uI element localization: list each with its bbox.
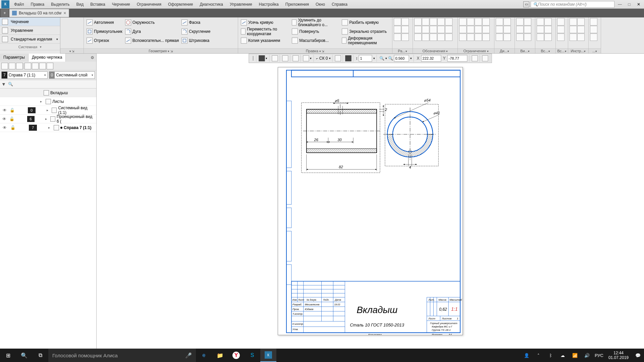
tool-copy[interactable]: Копия указанием: [239, 36, 290, 45]
ribbon-small-label[interactable]: Вс...▾: [535, 48, 555, 53]
minimize-button[interactable]: —: [616, 1, 624, 8]
ct-osnap[interactable]: [344, 55, 354, 62]
tab-tree[interactable]: Дерево чертежа: [29, 54, 66, 62]
tool-rotate[interactable]: Повернуть: [290, 27, 340, 36]
panel-tool-2[interactable]: [9, 63, 15, 69]
tool-rectangle[interactable]: Прямоугольник: [85, 27, 124, 36]
menu-settings[interactable]: Настройка: [256, 1, 282, 8]
layout-icon[interactable]: ▭: [523, 1, 529, 7]
diag-tool[interactable]: [496, 26, 503, 33]
annot-tool[interactable]: [437, 18, 445, 25]
constr-tool[interactable]: [475, 34, 482, 41]
tree-sheets[interactable]: ▸ Листы: [0, 97, 96, 106]
voice-assistant-bar[interactable]: Голосовой помощник Алиса 🎤: [48, 349, 196, 362]
ribbon-small-label[interactable]: Инстр...▾: [568, 48, 588, 53]
dim-tool[interactable]: [401, 26, 409, 33]
dim-tool[interactable]: [394, 18, 401, 25]
panel-tool-3[interactable]: [16, 63, 23, 69]
start-button[interactable]: ⊞: [0, 349, 16, 362]
ins-tool[interactable]: [544, 26, 552, 33]
ins2-tool[interactable]: [557, 26, 565, 33]
annot-tool[interactable]: [414, 18, 422, 25]
tool-auxline[interactable]: Вспомогательн... прямая: [124, 36, 180, 45]
constr-tool[interactable]: [467, 18, 474, 25]
ribbon-small-label[interactable]: ...▾: [589, 48, 601, 53]
annot-tool[interactable]: [414, 34, 422, 41]
instr-tool[interactable]: [577, 18, 585, 25]
tool-extend[interactable]: Удлинить до ближайшего о...: [290, 18, 340, 27]
ribbon-constr-label[interactable]: Ограничения ▾: [458, 48, 494, 53]
ribbon-small-label[interactable]: Ви...▾: [515, 48, 535, 53]
preview-button[interactable]: [62, 36, 70, 44]
ct-ortho[interactable]: [333, 55, 343, 62]
annot-tool[interactable]: [430, 18, 437, 25]
view-tool[interactable]: [516, 26, 524, 33]
menu-apps[interactable]: Приложения: [282, 1, 312, 8]
menu-draft[interactable]: Черчение: [109, 1, 133, 8]
view-tool[interactable]: [524, 18, 531, 25]
annot-tool[interactable]: [422, 18, 429, 25]
ribbon-geometry-label[interactable]: Геометрия ▾ ⇲: [84, 48, 238, 53]
annot-tool[interactable]: [414, 26, 422, 33]
dim-tool[interactable]: [394, 26, 401, 33]
tool-chamfer[interactable]: Фаска: [180, 18, 212, 27]
tool-autoline[interactable]: Автолиния: [85, 18, 124, 27]
clock[interactable]: 12:44 01.07.2019: [605, 351, 632, 360]
ct-tool3[interactable]: [291, 55, 301, 62]
dim-tool[interactable]: [401, 18, 409, 25]
tool-mirror[interactable]: Зеркально отразить: [340, 27, 391, 36]
visibility-toggle[interactable]: 👁: [1, 117, 7, 121]
ct-tool4[interactable]: [470, 55, 480, 62]
annot-tool[interactable]: [430, 26, 437, 33]
ct-tool2[interactable]: [280, 55, 290, 62]
ct-tool1[interactable]: [270, 55, 280, 62]
search-button[interactable]: 🔍: [16, 349, 32, 362]
constr-tool[interactable]: [482, 18, 490, 25]
panel-settings-button[interactable]: ⚙: [88, 54, 96, 62]
filter-icon[interactable]: ▼: [1, 81, 6, 87]
menu-view[interactable]: Вид: [73, 1, 87, 8]
tool-arc[interactable]: Дуга: [124, 27, 180, 36]
diag-tool[interactable]: [496, 18, 503, 25]
coord-x[interactable]: [421, 55, 441, 62]
tool-circle[interactable]: Окружность: [124, 18, 180, 27]
diag-tool[interactable]: [503, 34, 511, 41]
dim-tool[interactable]: [401, 34, 409, 41]
tray-expand[interactable]: ˄: [533, 349, 545, 362]
explorer-app[interactable]: 📁: [212, 349, 228, 362]
tool-segment[interactable]: Отрезок: [85, 36, 124, 45]
mode-management[interactable]: Управление: [0, 26, 60, 35]
language-indicator[interactable]: РУС: [593, 349, 605, 362]
tab-parameters[interactable]: Параметры: [0, 54, 29, 62]
ribbon-small-label[interactable]: Ди...▾: [494, 48, 515, 53]
constr-tool[interactable]: [459, 34, 467, 41]
tool-break[interactable]: Разбить кривую: [340, 18, 391, 27]
new-tab-button[interactable]: +: [1, 9, 9, 17]
annot-tool[interactable]: [445, 26, 452, 33]
ins-tool[interactable]: [537, 18, 544, 25]
view-tool[interactable]: [524, 26, 531, 33]
panel-tool-7[interactable]: [47, 63, 53, 69]
onedrive-icon[interactable]: ☁: [557, 349, 569, 362]
layer-selector[interactable]: 0 Системный слой ▾: [49, 71, 95, 79]
dim-tool[interactable]: [394, 34, 401, 41]
menu-file[interactable]: Файл: [11, 1, 28, 8]
lock-toggle[interactable]: 🔓: [9, 117, 15, 121]
notifications-icon[interactable]: 💬: [632, 349, 644, 362]
diag-tool[interactable]: [503, 26, 511, 33]
annot-tool[interactable]: [422, 34, 429, 41]
annot-tool[interactable]: [445, 34, 452, 41]
constr-tool[interactable]: [475, 26, 482, 33]
tree-view-row[interactable]: 👁 🔓 6 ▸ Проекционный вид 6 (: [0, 115, 96, 123]
ribbon-annot-label[interactable]: Обозначения ▾: [413, 48, 458, 53]
annot-tool[interactable]: [422, 26, 429, 33]
panel-tool-4[interactable]: [24, 63, 31, 69]
annot-tool[interactable]: [445, 18, 452, 25]
instr-tool[interactable]: [577, 26, 585, 33]
instr-tool[interactable]: [570, 34, 577, 41]
constr-tool[interactable]: [482, 34, 490, 41]
ribbon-small-label[interactable]: Вс...▾: [556, 48, 568, 53]
annot-tool[interactable]: [437, 26, 445, 33]
mode-drafting[interactable]: Черчение: [0, 17, 60, 26]
yandex-app[interactable]: Y: [228, 349, 244, 362]
